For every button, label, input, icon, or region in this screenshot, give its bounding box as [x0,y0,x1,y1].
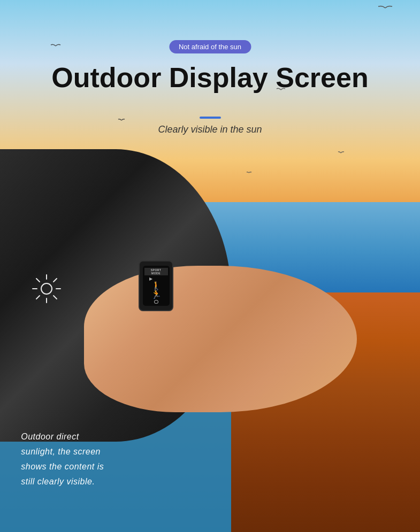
smartwatch: SPORTMODE ▶ 🚶 🏃 [139,260,173,311]
divider-line [200,117,221,119]
badge-text: Not afraid of the sun [179,43,241,51]
page-container: SPORTMODE ▶ 🚶 🏃 Not afraid of the sun Ou… [0,0,420,532]
badge: Not afraid of the sun [169,40,251,53]
bird-icon-1 [50,43,61,51]
watch-mode-label: SPORTMODE [144,268,168,275]
svg-point-0 [41,283,52,294]
bird-icon-2 [118,117,125,124]
desc-line1: Outdoor direct [21,432,79,441]
svg-line-8 [36,296,40,299]
desc-line3: shows the content is [21,462,104,471]
watch-screen: SPORTMODE ▶ 🚶 🏃 [143,266,170,306]
description-text: Outdoor direct sunlight, the screen show… [21,429,218,489]
hand [84,266,357,412]
desc-line2: sunlight, the screen [21,447,101,456]
watch-circle-button [154,300,158,304]
main-title: Outdoor Display Screen [51,61,368,94]
svg-line-5 [36,279,40,282]
svg-line-6 [54,296,57,299]
subtitle: Clearly visible in the sun [158,124,262,135]
watch-play-icon: ▶ [149,276,152,281]
seagull-icon [377,3,393,18]
watch-run-icon: 🏃 [151,290,162,299]
desc-line4: still clearly visible. [21,477,95,486]
watch-walk-icon: 🚶 [151,282,162,290]
svg-line-7 [54,279,57,282]
sun-decorative-icon [29,272,64,309]
